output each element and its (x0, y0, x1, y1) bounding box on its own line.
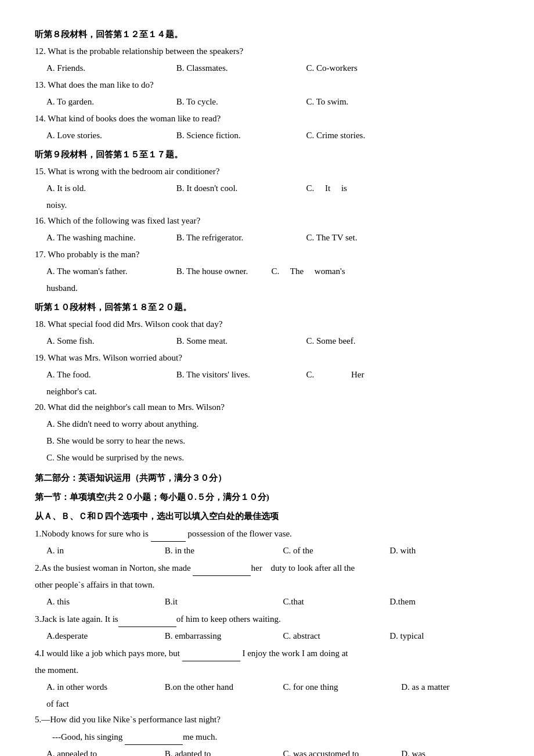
section-header-9: 听第９段材料，回答第１５至１７题。 (35, 147, 499, 163)
section-header-part2: 第二部分：英语知识运用（共两节，满分３０分） (35, 470, 499, 486)
q13-options: A. To garden. B. To cycle. C. To swim. (46, 94, 499, 110)
main-content: 听第８段材料，回答第１２至１４题。 12. What is the probab… (35, 27, 499, 756)
q14: 14. What kind of books does the woman li… (35, 111, 499, 127)
q20-optB: B. She would be sorry to hear the news. (46, 433, 499, 449)
q16-options: A. The washing machine. B. The refrigera… (46, 230, 499, 246)
q20-optA: A. She didn't need to worry about anythi… (46, 416, 499, 432)
q18-options: A. Some fish. B. Some meat. C. Some beef… (46, 333, 499, 349)
q5-intro: 5.—How did you like Nike`s performance l… (35, 712, 499, 728)
q19: 19. What was Mrs. Wilson worried about? (35, 350, 499, 366)
q2-options: A. this B.it C.that D.them (46, 594, 499, 610)
q17: 17. Who probably is the man? (35, 247, 499, 262)
q16: 16. Which of the following was fixed las… (35, 213, 499, 229)
q2-cont: other people`s affairs in that town. (35, 577, 499, 593)
q20: 20. What did the neighbor's call mean to… (35, 399, 499, 415)
section-header-10: 听第１０段材料，回答第１８至２０题。 (35, 300, 499, 315)
q15: 15. What is wrong with the bedroom air c… (35, 164, 499, 179)
q17-wrap: husband. (46, 280, 499, 296)
q12-options: A. Friends. B. Classmates. C. Co-workers (46, 60, 499, 76)
q12: 12. What is the probable relationship be… (35, 44, 499, 59)
q4-cont: the moment. (35, 663, 499, 678)
section-header-8: 听第８段材料，回答第１２至１４题。 (35, 27, 499, 42)
q5-options: A. appealed to B. adapted to C. was accu… (46, 746, 499, 756)
q15-wrap: noisy. (46, 197, 499, 213)
q19-options: A. The food. B. The visitors' lives. C. … (46, 367, 499, 383)
q13: 13. What does the man like to do? (35, 77, 499, 93)
q3-options: A.desperate B. embarrassing C. abstract … (46, 628, 499, 644)
q18: 18. What special food did Mrs. Wilson co… (35, 316, 499, 332)
q20-optC: C. She would be surprised by the news. (46, 450, 499, 466)
q17-options: A. The woman's father. B. The house owne… (46, 264, 499, 279)
q5: ---Good, his singing me much. (35, 729, 499, 745)
q3: 3.Jack is late again. It is of him to ke… (35, 611, 499, 627)
q4-wrap: of fact (46, 696, 499, 712)
q19-wrap: neighbor's cat. (46, 384, 499, 399)
q4-options: A. in other words B.on the other hand C.… (46, 679, 499, 695)
q15-options: A. It is old. B. It doesn't cool. C. It … (46, 181, 499, 196)
q4: 4.I would like a job which pays more, bu… (35, 645, 499, 661)
q2: 2.As the busiest woman in Norton, she ma… (35, 560, 499, 576)
section-instruction: 从Ａ、Ｂ、Ｃ和Ｄ四个选项中，选出可以填入空白处的最佳选项 (35, 509, 499, 524)
q1: 1.Nobody knows for sure who is possessio… (35, 525, 499, 542)
q1-options: A. in B. in the C. of the D. with (46, 543, 499, 559)
q14-options: A. Love stories. B. Science fiction. C. … (46, 128, 499, 143)
section-header-node1: 第一节：单项填空(共２０小题；每小题０.５分，满分１０分) (35, 489, 499, 505)
